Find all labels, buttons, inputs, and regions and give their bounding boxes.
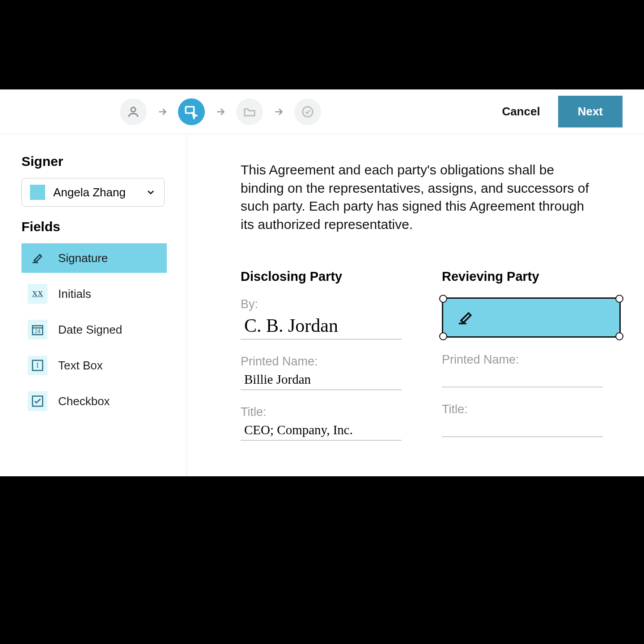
signer-color-swatch	[30, 185, 45, 200]
printed-name-label: Printed Name:	[241, 355, 402, 369]
title-value: CEO; Company, Inc.	[241, 419, 402, 441]
printed-name-value[interactable]	[442, 367, 603, 387]
stepper-bar: Cancel Next	[0, 89, 644, 134]
field-signature[interactable]: Signature	[21, 243, 167, 273]
printed-name-value: Billie Jordan	[241, 369, 402, 390]
arrow-right-icon	[157, 106, 168, 118]
resize-handle[interactable]	[439, 332, 447, 340]
resize-handle[interactable]	[615, 295, 623, 303]
signer-dropdown[interactable]: Angela Zhang	[21, 178, 165, 207]
arrow-right-icon	[273, 106, 284, 118]
checkbox-icon	[28, 391, 47, 411]
agreement-paragraph: This Agreement and each party's obligati…	[241, 161, 589, 233]
folder-icon	[243, 105, 256, 119]
field-label: Signature	[58, 251, 108, 265]
document-canvas: This Agreement and each party's obligati…	[187, 134, 644, 476]
person-icon	[127, 105, 140, 119]
svg-rect-1	[186, 106, 194, 113]
party-heading: Revieving Party	[442, 269, 603, 284]
field-text-box[interactable]: I Text Box	[21, 351, 167, 380]
party-heading: Disclosing Party	[241, 269, 402, 284]
disclosing-party: Disclosing Party By: C. B. Jordan Printe…	[241, 269, 402, 441]
field-date-signed[interactable]: 24 Date Signed	[21, 315, 167, 344]
by-label: By:	[241, 297, 402, 311]
svg-point-0	[131, 107, 136, 112]
resize-handle[interactable]	[439, 295, 447, 303]
textbox-icon: I	[28, 356, 47, 375]
printed-name-label: Printed Name:	[442, 353, 603, 367]
title-value[interactable]	[442, 416, 603, 437]
progress-stepper	[120, 98, 321, 125]
field-placement-icon	[184, 104, 199, 119]
signature-icon	[28, 248, 47, 268]
fields-heading: Fields	[21, 219, 167, 234]
cancel-button[interactable]: Cancel	[502, 105, 540, 119]
resize-handle[interactable]	[615, 332, 623, 340]
field-label: Checkbox	[58, 394, 110, 408]
receiving-party: Revieving Party Printed Name: Title:	[442, 269, 603, 441]
signature-icon	[457, 309, 475, 326]
title-label: Title:	[442, 402, 603, 416]
field-checkbox[interactable]: Checkbox	[21, 386, 167, 416]
field-initials[interactable]: XX Initials	[21, 279, 167, 309]
step-complete[interactable]	[294, 98, 321, 125]
calendar-icon: 24	[28, 320, 47, 339]
check-circle-icon	[301, 105, 314, 119]
sidebar: Signer Angela Zhang Fields Signature XX …	[0, 134, 187, 476]
signer-heading: Signer	[21, 154, 167, 169]
signature-field-placeholder[interactable]	[442, 297, 621, 338]
arrow-right-icon	[215, 106, 226, 118]
next-button[interactable]: Next	[558, 96, 623, 127]
step-folder[interactable]	[236, 98, 263, 125]
initials-icon: XX	[28, 284, 47, 304]
signature-line: C. B. Jordan	[241, 311, 402, 339]
chevron-down-icon	[145, 187, 156, 198]
step-fields[interactable]	[178, 98, 205, 125]
title-label: Title:	[241, 405, 402, 419]
signer-selected-name: Angela Zhang	[53, 186, 145, 199]
field-label: Text Box	[58, 359, 103, 373]
field-label: Date Signed	[58, 323, 122, 337]
handwritten-signature: C. B. Jordan	[244, 315, 338, 336]
field-label: Initials	[58, 287, 91, 301]
step-person[interactable]	[120, 98, 147, 125]
